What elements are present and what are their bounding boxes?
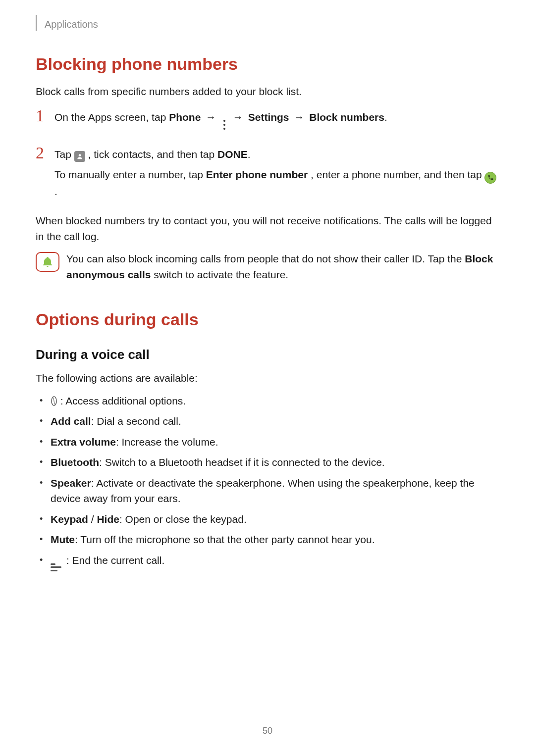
label: Bluetooth <box>51 456 99 468</box>
list-item: : End the current call. <box>51 553 499 571</box>
label: Add call <box>51 415 91 427</box>
arrow-icon: → <box>294 111 304 123</box>
steps-list: 1 On the Apps screen, tap Phone → → Sett… <box>36 106 499 204</box>
options-list: : Access additional options. Add call: D… <box>36 393 499 571</box>
step-number: 2 <box>36 144 54 204</box>
label: Hide <box>97 513 119 525</box>
label-block-numbers: Block numbers <box>309 111 384 123</box>
step-body: On the Apps screen, tap Phone → → Settin… <box>54 106 499 135</box>
text: / <box>88 513 97 525</box>
text: To manually enter a number, tap <box>54 169 206 180</box>
contact-icon <box>74 151 85 162</box>
text: . <box>248 149 251 160</box>
end-call-icon <box>51 563 61 571</box>
heading-options: Options during calls <box>36 310 499 329</box>
text: : Switch to a Bluetooth headset if it is… <box>99 456 385 468</box>
note-bell-icon <box>36 252 59 272</box>
list-item: Keypad / Hide: Open or close the keypad. <box>51 511 499 527</box>
list-item: Mute: Turn off the microphone so that th… <box>51 532 499 548</box>
list-item: Speaker: Activate or deactivate the spea… <box>51 475 499 506</box>
arrow-icon: → <box>233 111 243 123</box>
heading-blocking: Blocking phone numbers <box>36 54 499 74</box>
text: : End the current call. <box>63 554 164 566</box>
page-header: Applications <box>36 18 499 31</box>
text: switch to activate the feature. <box>154 269 288 280</box>
section-name: Applications <box>45 19 98 30</box>
note-text: You can also block incoming calls from p… <box>66 251 499 282</box>
blocking-after: When blocked numbers try to contact you,… <box>36 213 499 244</box>
list-item: : Access additional options. <box>51 393 499 409</box>
text: : Access additional options. <box>57 395 186 406</box>
options-intro: The following actions are available: <box>36 370 499 386</box>
step-number: 1 <box>36 106 54 135</box>
list-item: Bluetooth: Switch to a Bluetooth headset… <box>51 454 499 470</box>
text: Tap <box>54 149 74 160</box>
list-item: Extra volume: Increase the volume. <box>51 434 499 450</box>
text: On the Apps screen, tap <box>54 111 169 123</box>
text: , enter a phone number, and then tap <box>311 169 484 180</box>
svg-point-0 <box>78 154 81 156</box>
subheading-voice-call: During a voice call <box>36 347 499 362</box>
text: : Activate or deactivate the speakerphon… <box>51 477 475 504</box>
text: . <box>384 111 387 123</box>
header-tick <box>36 15 37 31</box>
text: , tick contacts, and then tap <box>88 149 218 160</box>
more-icon <box>222 120 227 130</box>
text: : Open or close the keypad. <box>119 513 247 525</box>
phone-icon <box>484 172 496 184</box>
blocking-intro: Block calls from specific numbers added … <box>36 84 499 100</box>
label-done: DONE <box>217 149 248 160</box>
text: You can also block incoming calls from p… <box>66 253 465 264</box>
label-settings: Settings <box>248 111 289 123</box>
label: Extra volume <box>51 436 116 448</box>
page-number: 50 <box>0 726 535 736</box>
text: : Dial a second call. <box>91 415 181 427</box>
label: Mute <box>51 534 75 545</box>
options-icon <box>51 396 57 406</box>
text: : Turn off the microphone so that the ot… <box>75 534 374 545</box>
list-item: Add call: Dial a second call. <box>51 413 499 429</box>
label-enter-phone: Enter phone number <box>206 169 308 180</box>
text: : Increase the volume. <box>116 436 218 448</box>
step-1: 1 On the Apps screen, tap Phone → → Sett… <box>36 106 499 135</box>
note-box: You can also block incoming calls from p… <box>36 251 499 282</box>
arrow-icon: → <box>206 111 216 123</box>
step-2: 2 Tap , tick contacts, and then tap DONE… <box>36 144 499 204</box>
label-phone: Phone <box>169 111 201 123</box>
text: . <box>54 186 57 197</box>
step-body: Tap , tick contacts, and then tap DONE. … <box>54 144 499 204</box>
label: Keypad <box>51 513 88 525</box>
label: Speaker <box>51 477 91 489</box>
